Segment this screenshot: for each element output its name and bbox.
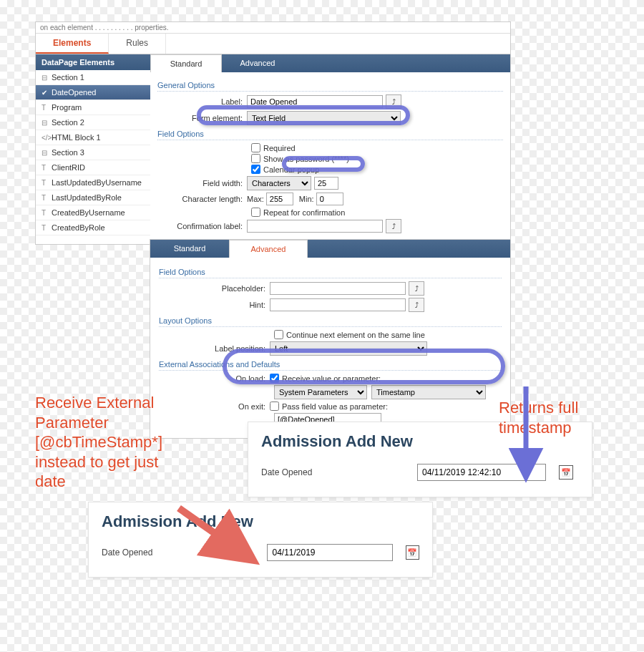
show-as-password-label: Show as password (****)	[263, 155, 349, 163]
field-width-label: Field width:	[157, 179, 247, 188]
cutoff-fragment: on each element . . . . . . . . . . prop…	[36, 22, 510, 34]
confirmation-label-label: Confirmation label:	[157, 222, 247, 230]
field-icon: T	[42, 179, 49, 187]
sidebar-item-label: LastUpdatedByUsername	[52, 178, 142, 187]
preview-date-only: Admission Add New Date Opened 📅	[89, 502, 432, 577]
confirmation-label-input[interactable]	[247, 220, 383, 233]
annotation-returns-full-timestamp: Returns full timestamp	[499, 398, 644, 437]
sidebar-item-label: CreatedByUsername	[52, 208, 125, 217]
form-element-label: Form element:	[157, 114, 247, 122]
sidebar-item-label: ClientRID	[52, 163, 85, 172]
insert-param-icon[interactable]: ⤴	[386, 94, 401, 109]
param-source-select[interactable]: System Parameters	[274, 385, 367, 399]
sidebar-item-label: HTML Block 1	[52, 133, 101, 142]
sidebar-item-label: DateOpened	[52, 88, 96, 97]
sidebar-item-label: Program	[52, 103, 82, 112]
sidebar-item-section1[interactable]: ⊟Section 1	[36, 70, 150, 85]
group-general-options: General Options	[157, 81, 503, 92]
form-element-select[interactable]: Text Field	[247, 111, 401, 125]
field-icon: T	[42, 194, 49, 202]
onload-receive-checkbox[interactable]	[270, 374, 279, 383]
subtab-standard-2[interactable]: Standard	[150, 240, 229, 258]
sidebar-item-dateopened[interactable]: ✔DateOpened	[36, 85, 150, 100]
sidebar-item-program[interactable]: TProgram	[36, 100, 150, 115]
config-panel-standard: on each element . . . . . . . . . . prop…	[35, 21, 511, 245]
field-width-unit-select[interactable]: Characters	[247, 176, 311, 190]
tab-elements[interactable]: Elements	[36, 34, 109, 54]
sidebar-item-label: Section 1	[52, 73, 84, 82]
repeat-confirmation-checkbox[interactable]	[251, 208, 260, 217]
section-icon: ⊟	[42, 149, 49, 157]
sidebar-item-section2[interactable]: ⊟Section 2	[36, 115, 150, 130]
calendar-popup-checkbox[interactable]	[251, 165, 260, 174]
config-panel-advanced: Standard Advanced Field Options Placehol…	[150, 239, 511, 439]
field-icon: T	[42, 104, 49, 112]
html-icon: </>	[42, 134, 49, 142]
show-as-password-checkbox[interactable]	[251, 154, 260, 163]
sidebar-item-label: Section 2	[52, 118, 84, 127]
field-config: Standard Advanced General Options Label:…	[150, 54, 510, 244]
sidebar-item-section3[interactable]: ⊟Section 3	[36, 145, 150, 160]
onload-label: On load:	[159, 374, 270, 383]
max-label: Max:	[247, 195, 264, 203]
char-length-min-input[interactable]	[316, 193, 343, 205]
calendar-icon[interactable]: 📅	[559, 465, 573, 480]
subtab-advanced[interactable]: Advanced	[222, 54, 293, 72]
sidebar-item-createdbyusername[interactable]: TCreatedByUsername	[36, 205, 150, 220]
placeholder-label: Placeholder:	[159, 284, 270, 293]
param-name-select[interactable]: Timestamp	[371, 385, 486, 399]
datapage-elements-sidebar: DataPage Elements ⊟Section 1 ✔DateOpened…	[36, 54, 150, 244]
label-input[interactable]	[247, 95, 383, 108]
field-icon: T	[42, 224, 49, 232]
required-label: Required	[263, 144, 296, 152]
label-position-select[interactable]: Left	[270, 341, 427, 356]
group-external-associations: External Associations and Defaults	[159, 360, 502, 371]
onexit-pass-label: Pass field value as parameter:	[282, 402, 388, 411]
sidebar-item-label: Section 3	[52, 148, 84, 157]
preview1-date-input[interactable]	[417, 464, 546, 481]
insert-param-icon[interactable]: ⤴	[386, 219, 401, 233]
required-checkbox[interactable]	[251, 143, 260, 152]
continue-same-line-label: Continue next element on the same line	[286, 331, 425, 339]
group-field-options-2: Field Options	[159, 268, 502, 278]
preview2-date-input[interactable]	[267, 544, 392, 561]
preview2-field-label: Date Opened	[102, 548, 254, 558]
preview2-title: Admission Add New	[102, 512, 419, 531]
insert-param-icon[interactable]: ⤴	[409, 281, 424, 296]
sidebar-item-label: LastUpdatedByRole	[52, 193, 122, 202]
tab-rules[interactable]: Rules	[109, 34, 166, 54]
hint-input[interactable]	[270, 298, 406, 311]
placeholder-input[interactable]	[270, 282, 406, 295]
sidebar-item-label: CreatedByRole	[52, 223, 105, 232]
insert-param-icon[interactable]: ⤴	[409, 298, 424, 312]
sidebar-item-htmlblock1[interactable]: </>HTML Block 1	[36, 130, 150, 145]
field-icon: T	[42, 164, 49, 172]
calendar-icon[interactable]: 📅	[406, 545, 419, 560]
calendar-popup-label: Calendar popup	[263, 165, 319, 174]
top-tabs: Elements Rules	[36, 34, 510, 54]
annotation-receive-external-parameter: Receive External Parameter [@cbTimeStamp…	[35, 393, 162, 492]
sidebar-item-lastupdatedbyusername[interactable]: TLastUpdatedByUsername	[36, 175, 150, 190]
preview1-field-label: Date Opened	[261, 467, 404, 477]
group-layout-options: Layout Options	[159, 316, 502, 327]
char-length-label: Character length:	[157, 195, 247, 203]
section-icon: ⊟	[42, 74, 49, 82]
sidebar-header: DataPage Elements	[36, 54, 150, 70]
onexit-pass-checkbox[interactable]	[270, 402, 279, 411]
hint-label: Hint:	[159, 301, 270, 309]
section-icon: ⊟	[42, 119, 49, 127]
subtab-advanced-2[interactable]: Advanced	[229, 240, 308, 258]
min-label: Min:	[299, 195, 314, 203]
sidebar-item-lastupdatedbyrole[interactable]: TLastUpdatedByRole	[36, 190, 150, 205]
label-label: Label:	[157, 97, 247, 106]
char-length-max-input[interactable]	[266, 193, 293, 205]
sidebar-item-createdbyrole[interactable]: TCreatedByRole	[36, 220, 150, 235]
continue-same-line-checkbox[interactable]	[274, 330, 283, 339]
check-icon: ✔	[42, 89, 49, 97]
field-width-input[interactable]	[314, 177, 338, 190]
onload-receive-label: Receive value or parameter:	[282, 374, 381, 383]
subtab-standard[interactable]: Standard	[150, 54, 222, 72]
field-icon: T	[42, 209, 49, 217]
label-position-label: Label position:	[159, 344, 270, 353]
sidebar-item-clientrid[interactable]: TClientRID	[36, 160, 150, 175]
